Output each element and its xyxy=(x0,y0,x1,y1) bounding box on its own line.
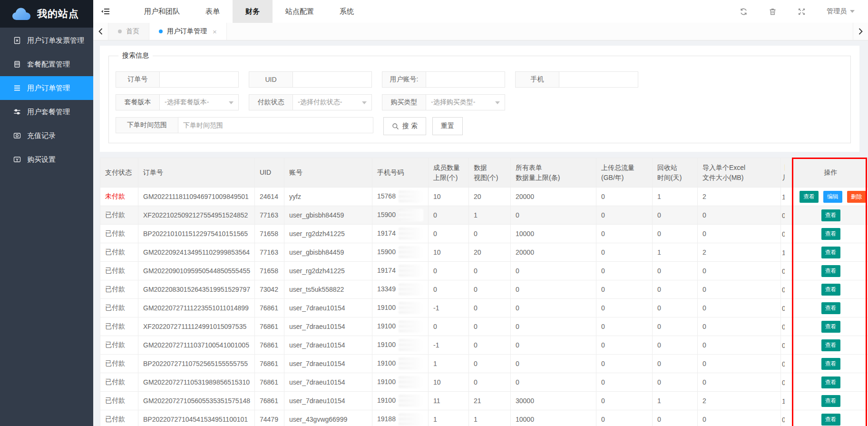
phone-input[interactable] xyxy=(559,71,638,88)
view-button[interactable]: 查看 xyxy=(821,247,840,258)
upload-traffic-cell: 0 xyxy=(596,317,653,336)
edit-button[interactable]: 编辑 xyxy=(823,191,842,203)
navbar-right: 管理员 xyxy=(740,7,868,16)
view-button[interactable]: 查看 xyxy=(821,284,840,296)
view-button[interactable]: 查看 xyxy=(800,191,819,203)
order-no-cell: BP20220727110752565155555755 xyxy=(138,355,255,373)
recycle-days-cell: 1 xyxy=(653,392,698,410)
row-actions-cell: 查看 xyxy=(793,299,868,317)
pay-status-select[interactable]: -选择付款状态- xyxy=(293,94,372,110)
clipped-cell: 0 xyxy=(781,206,793,225)
order-row: 已付款 BP20220727110752565155555755 76861 u… xyxy=(100,355,868,373)
upload-traffic-cell: 0 xyxy=(596,225,653,243)
data-views-cell: 0 xyxy=(469,373,511,392)
view-button[interactable]: 查看 xyxy=(821,395,840,407)
sidebar-item-package-config[interactable]: 套餐配置管理 xyxy=(0,52,93,76)
view-button[interactable]: 查看 xyxy=(821,358,840,370)
row-actions-cell: 查看 xyxy=(793,317,868,336)
account-cell: user_gbisbh84459 xyxy=(284,243,372,262)
reset-button[interactable]: 重置 xyxy=(432,117,463,135)
order-time-range-input[interactable] xyxy=(178,117,373,133)
pay-status-cell: 已付款 xyxy=(100,280,138,299)
recycle-days-cell: 1 xyxy=(653,243,698,262)
col-actions: 操作 xyxy=(793,158,868,188)
tabs-scroll-left-icon[interactable] xyxy=(93,23,108,40)
tab-close-icon[interactable]: × xyxy=(213,28,217,36)
nav-tab-system[interactable]: 系统 xyxy=(327,0,367,23)
clipped-cell: 0 xyxy=(781,299,793,317)
row-actions-cell: 查看 xyxy=(793,243,868,262)
orders-table: 支付状态 订单号 UID 账号 手机号码 成员数量上限(个) 数据视图(个) 所… xyxy=(100,158,868,426)
pay-status-cell: 已付款 xyxy=(100,373,138,392)
phone-cell: 19100 xyxy=(372,392,429,410)
data-views-cell: 0 xyxy=(469,225,511,243)
uid-input[interactable] xyxy=(293,71,372,88)
view-button[interactable]: 查看 xyxy=(821,339,840,351)
col-form-data-limit: 所有表单数据量上限(条) xyxy=(511,158,596,188)
data-views-cell: 0 xyxy=(469,355,511,373)
order-no-input[interactable] xyxy=(160,71,239,88)
order-no-cell: GM20220924134951102999853564 xyxy=(138,243,255,262)
recycle-days-cell: 0 xyxy=(653,317,698,336)
search-button[interactable]: 搜 索 xyxy=(383,117,426,135)
sidebar-collapse-icon[interactable] xyxy=(93,0,118,23)
excel-size-cell: 0 xyxy=(698,206,781,225)
nav-tab-forms[interactable]: 表单 xyxy=(193,0,233,23)
view-button[interactable]: 查看 xyxy=(821,228,840,240)
form-data-limit-cell: 0 xyxy=(511,206,596,225)
sidebar-item-invoice-management[interactable]: 用户订单发票管理 xyxy=(0,29,93,52)
upload-traffic-cell: 0 xyxy=(596,373,653,392)
row-actions-cell: 查看 xyxy=(793,373,868,392)
uid-cell: 76861 xyxy=(255,355,284,373)
pay-status-cell: 已付款 xyxy=(100,243,138,262)
pay-status-cell: 已付款 xyxy=(100,336,138,355)
form-data-limit-cell: 0 xyxy=(511,299,596,317)
nav-tab-site-config[interactable]: 站点配置 xyxy=(273,0,327,23)
phone-cell: 19188 xyxy=(372,410,429,426)
logo-band: 我的站点 xyxy=(0,0,93,28)
view-button[interactable]: 查看 xyxy=(821,209,840,221)
account-input[interactable] xyxy=(426,71,505,88)
refresh-icon[interactable] xyxy=(740,8,748,16)
masked-phone-blob xyxy=(399,395,423,407)
view-button[interactable]: 查看 xyxy=(821,414,840,426)
account-cell: user_ts5uk558822 xyxy=(284,280,372,299)
member-limit-cell: 1 xyxy=(429,355,469,373)
fullscreen-icon[interactable] xyxy=(798,8,806,16)
view-button[interactable]: 查看 xyxy=(821,376,840,388)
delete-button[interactable]: 删除 xyxy=(847,191,866,203)
sidebar-item-user-orders[interactable]: 用户订单管理 xyxy=(0,76,93,100)
pay-status-select-field: 付款状态 -选择付款状态- xyxy=(249,94,372,110)
data-views-cell: 1 xyxy=(469,410,511,426)
plan-select[interactable]: -选择套餐版本- xyxy=(160,94,239,110)
recharge-card-icon xyxy=(13,132,21,139)
page-tab-home[interactable]: 首页 xyxy=(108,23,149,40)
invoice-file-icon xyxy=(13,37,21,44)
tabs-scroll-right-icon[interactable] xyxy=(853,23,868,40)
upload-traffic-cell: 0 xyxy=(596,206,653,225)
order-no-cell: XF20220727111124991015097535 xyxy=(138,317,255,336)
trash-icon[interactable] xyxy=(769,8,777,16)
sidebar-item-purchase-settings[interactable]: 购买设置 xyxy=(0,148,93,171)
view-button[interactable]: 查看 xyxy=(821,302,840,314)
sidebar-menu: 用户订单发票管理 套餐配置管理 用户订单管理 xyxy=(0,28,93,171)
order-no-cell: GM20221118110946971009849501 xyxy=(138,188,255,206)
view-button[interactable]: 查看 xyxy=(821,321,840,333)
table-header-row: 支付状态 订单号 UID 账号 手机号码 成员数量上限(个) 数据视图(个) 所… xyxy=(100,158,868,188)
sidebar-item-user-packages[interactable]: 用户套餐管理 xyxy=(0,100,93,124)
buy-type-select[interactable]: -选择购买类型- xyxy=(426,94,505,110)
user-name: 管理员 xyxy=(827,7,847,16)
excel-size-cell: 0 xyxy=(698,262,781,280)
nav-tab-finance[interactable]: 财务 xyxy=(233,0,273,23)
page-tab-user-orders[interactable]: 用户订单管理 × xyxy=(149,23,227,40)
data-views-cell: 1 xyxy=(469,206,511,225)
member-limit-cell: 11 xyxy=(429,392,469,410)
col-uid: UID xyxy=(255,158,284,188)
sidebar-item-label: 充值记录 xyxy=(27,131,56,140)
user-menu[interactable]: 管理员 xyxy=(827,7,855,16)
sidebar-item-recharge-records[interactable]: 充值记录 xyxy=(0,124,93,148)
nav-tab-users-teams[interactable]: 用户和团队 xyxy=(131,0,193,23)
view-button[interactable]: 查看 xyxy=(821,265,840,277)
row-actions-cell: 查看 xyxy=(793,410,868,426)
order-list-icon xyxy=(13,84,21,92)
